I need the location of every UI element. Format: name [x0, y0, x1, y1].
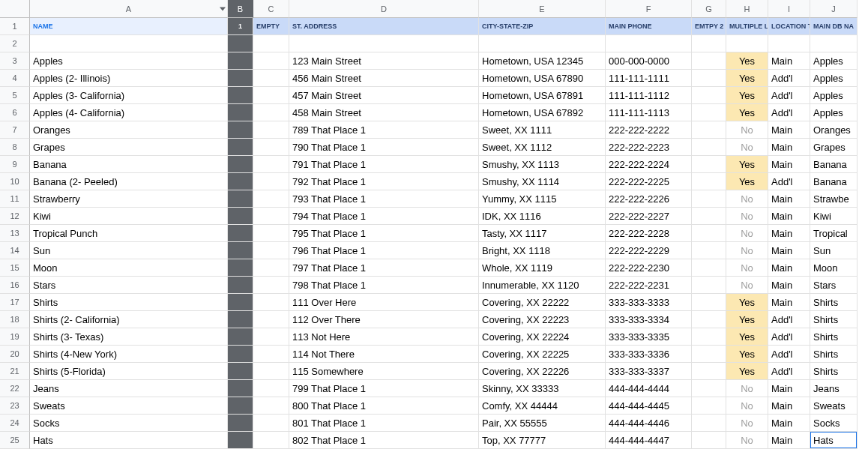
row-header-5[interactable]: 5: [0, 87, 30, 104]
cell-2-D[interactable]: [289, 35, 479, 52]
cell-20-H[interactable]: Yes: [726, 346, 768, 363]
cell-23-D[interactable]: 800 That Place 1: [289, 397, 479, 415]
cell-14-E[interactable]: Bright, XX 1118: [479, 242, 606, 259]
cell-11-H[interactable]: No: [726, 190, 768, 208]
cell-22-H[interactable]: No: [726, 380, 768, 397]
cell-23-G[interactable]: [692, 397, 726, 415]
cell-16-G[interactable]: [692, 277, 726, 294]
cell-9-I[interactable]: Main: [768, 156, 810, 173]
cell-24-H[interactable]: No: [726, 415, 768, 432]
cell-6-E[interactable]: Hometown, USA 67892: [479, 104, 606, 121]
cell-23-A[interactable]: Sweats: [30, 397, 228, 415]
cell-22-A[interactable]: Jeans: [30, 380, 228, 397]
header-cell-C[interactable]: EMPTY: [253, 18, 289, 35]
cell-6-A[interactable]: Apples (4- California): [30, 104, 228, 121]
cell-18-F[interactable]: 333-333-3334: [606, 311, 692, 328]
cell-24-C[interactable]: [253, 415, 289, 432]
cell-17-E[interactable]: Covering, XX 22222: [479, 294, 606, 311]
row-header-7[interactable]: 7: [0, 121, 30, 139]
cell-12-J[interactable]: Kiwi: [810, 208, 858, 225]
cell-2-A[interactable]: [30, 35, 228, 52]
cell-18-I[interactable]: Add'l: [768, 311, 810, 328]
header-cell-G[interactable]: EMTPY 2: [692, 18, 726, 35]
cell-8-A[interactable]: Grapes: [30, 139, 228, 156]
cell-23-F[interactable]: 444-444-4445: [606, 397, 692, 415]
cell-18-B[interactable]: [228, 311, 253, 328]
cell-11-E[interactable]: Yummy, XX 1115: [479, 190, 606, 208]
cell-25-D[interactable]: 802 That Place 1: [289, 432, 479, 449]
cell-25-A[interactable]: Hats: [30, 432, 228, 449]
cell-19-A[interactable]: Shirts (3- Texas): [30, 328, 228, 346]
cell-7-F[interactable]: 222-222-2222: [606, 121, 692, 139]
cell-4-I[interactable]: Add'l: [768, 70, 810, 87]
cell-21-F[interactable]: 333-333-3337: [606, 363, 692, 380]
cell-7-H[interactable]: No: [726, 121, 768, 139]
cell-19-E[interactable]: Covering, XX 22224: [479, 328, 606, 346]
cell-15-G[interactable]: [692, 259, 726, 277]
cell-16-H[interactable]: No: [726, 277, 768, 294]
cell-21-E[interactable]: Covering, XX 22226: [479, 363, 606, 380]
cell-6-J[interactable]: Apples: [810, 104, 858, 121]
cell-6-I[interactable]: Add'l: [768, 104, 810, 121]
cell-11-C[interactable]: [253, 190, 289, 208]
cell-22-J[interactable]: Jeans: [810, 380, 858, 397]
cell-13-B[interactable]: [228, 225, 253, 242]
cell-21-D[interactable]: 115 Somewhere: [289, 363, 479, 380]
row-header-8[interactable]: 8: [0, 139, 30, 156]
cell-3-A[interactable]: Apples: [30, 52, 228, 70]
cell-15-I[interactable]: Main: [768, 259, 810, 277]
cell-3-E[interactable]: Hometown, USA 12345: [479, 52, 606, 70]
cell-5-C[interactable]: [253, 87, 289, 104]
cell-19-C[interactable]: [253, 328, 289, 346]
cell-21-B[interactable]: [228, 363, 253, 380]
row-header-24[interactable]: 24: [0, 415, 30, 432]
cell-23-J[interactable]: Sweats: [810, 397, 858, 415]
cell-11-J[interactable]: Strawbe: [810, 190, 858, 208]
cell-23-E[interactable]: Comfy, XX 44444: [479, 397, 606, 415]
cell-16-C[interactable]: [253, 277, 289, 294]
cell-8-I[interactable]: Main: [768, 139, 810, 156]
cell-10-B[interactable]: [228, 173, 253, 190]
cell-21-J[interactable]: Shirts: [810, 363, 858, 380]
cell-12-F[interactable]: 222-222-2227: [606, 208, 692, 225]
header-cell-E[interactable]: CITY-STATE-ZIP: [479, 18, 606, 35]
cell-8-F[interactable]: 222-222-2223: [606, 139, 692, 156]
cell-18-E[interactable]: Covering, XX 22223: [479, 311, 606, 328]
cell-18-D[interactable]: 112 Over There: [289, 311, 479, 328]
cell-20-E[interactable]: Covering, XX 22225: [479, 346, 606, 363]
cell-24-E[interactable]: Pair, XX 55555: [479, 415, 606, 432]
cell-12-H[interactable]: No: [726, 208, 768, 225]
cell-14-G[interactable]: [692, 242, 726, 259]
cell-5-J[interactable]: Apples: [810, 87, 858, 104]
cell-5-G[interactable]: [692, 87, 726, 104]
cell-5-F[interactable]: 111-111-1112: [606, 87, 692, 104]
cell-8-D[interactable]: 790 That Place 1: [289, 139, 479, 156]
cell-22-I[interactable]: Main: [768, 380, 810, 397]
cell-15-A[interactable]: Moon: [30, 259, 228, 277]
cell-13-C[interactable]: [253, 225, 289, 242]
row-header-4[interactable]: 4: [0, 70, 30, 87]
row-header-1[interactable]: 1: [0, 18, 30, 35]
cell-19-G[interactable]: [692, 328, 726, 346]
cell-2-C[interactable]: [253, 35, 289, 52]
cell-4-H[interactable]: Yes: [726, 70, 768, 87]
cell-20-B[interactable]: [228, 346, 253, 363]
cell-24-B[interactable]: [228, 415, 253, 432]
col-header-E[interactable]: E: [479, 0, 606, 18]
cell-7-J[interactable]: Oranges: [810, 121, 858, 139]
cell-6-C[interactable]: [253, 104, 289, 121]
cell-6-F[interactable]: 111-111-1113: [606, 104, 692, 121]
cell-23-C[interactable]: [253, 397, 289, 415]
cell-17-G[interactable]: [692, 294, 726, 311]
cell-17-I[interactable]: Main: [768, 294, 810, 311]
cell-23-B[interactable]: [228, 397, 253, 415]
cell-7-E[interactable]: Sweet, XX 1111: [479, 121, 606, 139]
cell-4-J[interactable]: Apples: [810, 70, 858, 87]
cell-17-C[interactable]: [253, 294, 289, 311]
cell-3-H[interactable]: Yes: [726, 52, 768, 70]
cell-3-G[interactable]: [692, 52, 726, 70]
cell-18-G[interactable]: [692, 311, 726, 328]
cell-19-F[interactable]: 333-333-3335: [606, 328, 692, 346]
col-header-C[interactable]: C: [253, 0, 289, 18]
cell-3-I[interactable]: Main: [768, 52, 810, 70]
